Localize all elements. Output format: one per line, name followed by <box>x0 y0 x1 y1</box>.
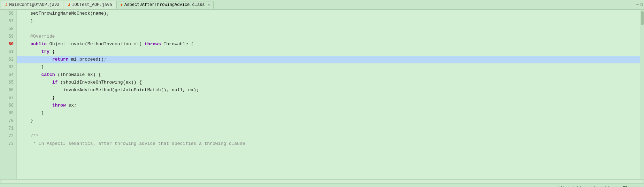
tab-aspect-throwing[interactable]: ◆ AspectJAfterThrowingAdvice.class ✕ <box>116 1 214 9</box>
code-line-56: setThrowingNameNoCheck(name); <box>17 10 640 17</box>
code-line-69: } <box>17 109 640 117</box>
ln-61: 61 <box>3 48 14 56</box>
ln-72: 72 <box>3 132 14 140</box>
minimize-button[interactable]: ─ <box>636 2 639 7</box>
scrollbar-thumb[interactable] <box>641 11 644 25</box>
code-line-70: } <box>17 117 640 125</box>
code-line-63: } <box>17 63 640 71</box>
tab-label-aspect: AspectJAfterThrowingAdvice.class <box>124 2 205 7</box>
maximize-button[interactable]: □ <box>640 2 643 7</box>
ln-67: 67 <box>3 94 14 102</box>
ln-73: 73 <box>3 140 14 148</box>
ln-57: 57 <box>3 17 14 25</box>
vertical-scrollbar[interactable] <box>640 10 644 179</box>
code-line-73: * In AspectJ semantics, after throwing a… <box>17 140 640 148</box>
ln-71: 71 <box>3 125 14 132</box>
line-numbers: 56 57 58 59 60 61 62 63 64 65 66 67 68 6… <box>0 10 17 179</box>
code-line-66: invokeAdviceMethod(getJoinPointMatch(), … <box>17 86 640 94</box>
ln-64: 64 <box>3 71 14 79</box>
ln-68: 68 <box>3 102 14 109</box>
editor-container: 56 57 58 59 60 61 62 63 64 65 66 67 68 6… <box>0 10 644 179</box>
code-line-60: public Object invoke(MethodInvocation mi… <box>17 40 640 48</box>
tab-main-config[interactable]: J MainConfigOfAOP.java <box>1 1 63 9</box>
java-file-icon: J <box>5 3 8 7</box>
ln-62: 62 <box>3 56 14 63</box>
status-url: https://blog.csdn.net/v_javaEEjuejin <box>558 186 641 187</box>
ln-70: 70 <box>3 117 14 125</box>
code-line-61: try { <box>17 48 640 56</box>
code-line-62: return mi.proceed(); <box>17 56 640 63</box>
java-file-icon2: J <box>68 3 70 7</box>
ln-58: 58 <box>3 25 14 33</box>
tab-close-button[interactable]: ✕ <box>208 2 210 7</box>
class-file-icon: ◆ <box>120 2 123 7</box>
horizontal-scrollbar[interactable] <box>0 179 644 184</box>
ln-56: 56 <box>3 10 14 17</box>
code-line-57: } <box>17 17 640 25</box>
tab-bar: J MainConfigOfAOP.java J IOCTest_AOP.jav… <box>0 0 644 10</box>
code-line-59: @Override <box>17 33 640 40</box>
ln-65: 65 <box>3 79 14 86</box>
code-line-64: catch (Throwable ex) { <box>17 71 640 79</box>
ln-69: 69 <box>3 109 14 117</box>
ln-59: 59 <box>3 33 14 40</box>
tab-ioc-test[interactable]: J IOCTest_AOP.java <box>64 1 116 9</box>
code-line-58 <box>17 25 640 33</box>
tab-label-main: MainConfigOfAOP.java <box>9 2 60 7</box>
ln-66: 66 <box>3 86 14 94</box>
code-line-72: /** <box>17 132 640 140</box>
tab-label-ioc: IOCTest_AOP.java <box>72 2 112 7</box>
scroll-track-h <box>1 180 643 183</box>
code-line-68: throw ex; <box>17 102 640 109</box>
status-bar: https://blog.csdn.net/v_javaEEjuejin <box>0 184 644 187</box>
code-line-71 <box>17 125 640 132</box>
code-area[interactable]: setThrowingNameNoCheck(name); } @Overrid… <box>17 10 640 179</box>
code-line-67: } <box>17 94 640 102</box>
ln-63: 63 <box>3 63 14 71</box>
ln-60: 60 <box>3 40 14 48</box>
code-line-65: if (shouldInvokeOnThrowing(ex)) { <box>17 79 640 86</box>
